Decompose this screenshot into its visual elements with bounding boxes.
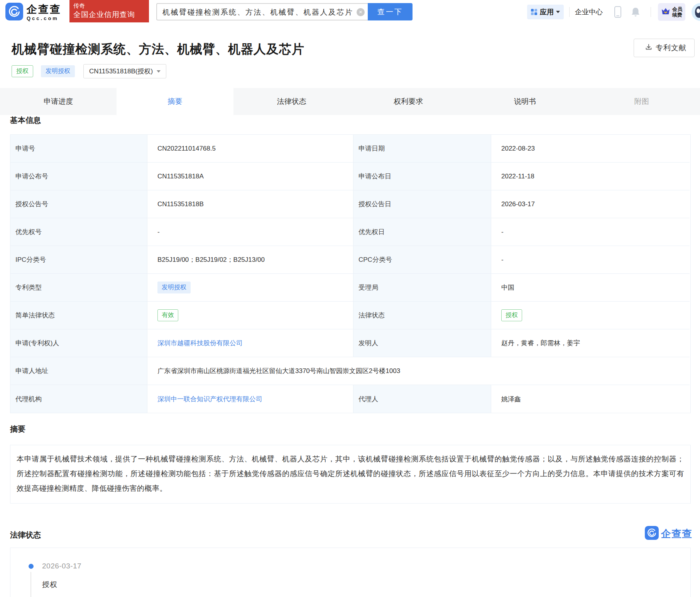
row-value: 深圳市越疆科技股份有限公司 xyxy=(147,329,353,357)
patent-number-value: CN115351818B(授权) xyxy=(89,67,153,76)
row-label: 优先权号 xyxy=(10,218,147,246)
row-value: 发明授权 xyxy=(147,274,353,302)
row-value: 授权 xyxy=(491,302,690,329)
apps-label: 应用 xyxy=(540,7,554,17)
basic-info-title: 基本信息 xyxy=(10,115,41,126)
patent-document-button[interactable]: 专利文献 xyxy=(634,39,695,57)
promo-banner: 传奇 全国企业信用查询 xyxy=(69,0,149,22)
row-label: 代理机构 xyxy=(10,385,147,413)
tab-legal-status[interactable]: 法律状态 xyxy=(233,88,350,115)
row-value: - xyxy=(491,218,690,246)
row-value: 中国 xyxy=(491,274,690,302)
row-label: 代理人 xyxy=(353,385,491,413)
abstract-box: 本申请属于机械臂技术领域，提供了一种机械臂碰撞检测系统、方法、机械臂、机器人及芯… xyxy=(10,445,691,504)
row-label: CPC分类号 xyxy=(353,246,491,274)
row-label: 申请人地址 xyxy=(10,357,147,385)
search-button[interactable]: 查一下 xyxy=(368,3,413,20)
row-label: 申请公布日 xyxy=(353,163,491,190)
row-label: 申请日期 xyxy=(353,135,491,163)
row-label: 申请(专利权)人 xyxy=(10,329,147,357)
timeline-date: 2026-03-17 xyxy=(42,562,81,570)
qcc-logo-icon xyxy=(5,3,23,22)
logo-text: 企查查 Qcc.com xyxy=(27,4,61,21)
legal-status-timeline: 2026-03-17 授权 xyxy=(10,548,691,597)
row-label: 优先权日 xyxy=(353,218,491,246)
status-badge: 授权 xyxy=(12,65,33,77)
legal-status-badge: 授权 xyxy=(501,309,522,321)
timeline-dot-icon xyxy=(29,564,34,569)
patent-document-label: 专利文献 xyxy=(656,43,686,53)
qcc-logo[interactable]: 企查查 Qcc.com xyxy=(5,3,61,22)
row-value: 2022-11-18 xyxy=(491,163,690,190)
patent-detail-page: 企查查 Qcc.com 传奇 全国企业信用查询 机械臂碰撞检测系统、方法、机械臂… xyxy=(0,0,700,597)
type-badge: 发明授权 xyxy=(41,65,75,77)
divider xyxy=(569,7,570,17)
timeline-line xyxy=(30,572,31,597)
page-title: 机械臂碰撞检测系统、方法、机械臂、机器人及芯片 xyxy=(12,41,304,58)
row-value: CN115351818A xyxy=(147,163,353,190)
crown-icon xyxy=(661,7,670,17)
caret-down-icon xyxy=(556,11,560,13)
tab-description[interactable]: 说明书 xyxy=(467,88,583,115)
applicant-link[interactable]: 深圳市越疆科技股份有限公司 xyxy=(157,339,243,348)
row-value: - xyxy=(491,246,690,274)
patent-number-select[interactable]: CN115351818B(授权) xyxy=(83,64,166,78)
row-value: 2022-08-23 xyxy=(491,135,690,163)
row-label: IPC分类号 xyxy=(10,246,147,274)
qcc-logo-icon xyxy=(645,526,659,541)
promo-line1: 传奇 xyxy=(73,2,149,10)
badge-row: 授权 发明授权 CN115351818B(授权) xyxy=(12,64,166,78)
search-input[interactable]: 机械臂碰撞检测系统、方法、机械臂、机器人及芯片 × xyxy=(156,3,368,20)
row-value: 广东省深圳市南山区桃源街道福光社区留仙大道3370号南山智园崇文园区2号楼100… xyxy=(147,357,690,385)
vip-renew-button[interactable]: 会员 续费 xyxy=(658,3,685,21)
row-value: 2026-03-17 xyxy=(491,190,690,218)
row-value: 姚泽鑫 xyxy=(491,385,690,413)
row-label: 授权公告日 xyxy=(353,190,491,218)
clear-icon[interactable]: × xyxy=(357,8,365,16)
logo-domain: Qcc.com xyxy=(27,16,61,21)
search-bar: 机械臂碰撞检测系统、方法、机械臂、机器人及芯片 × 查一下 xyxy=(156,3,413,20)
row-value: 有效 xyxy=(147,302,353,329)
tab-drawings[interactable]: 附图 xyxy=(583,88,700,115)
search-value: 机械臂碰撞检测系统、方法、机械臂、机器人及芯片 xyxy=(162,4,352,20)
bell-icon[interactable] xyxy=(631,7,641,17)
legal-status-title: 法律状态 xyxy=(10,530,41,540)
apps-grid-icon xyxy=(531,9,537,15)
abstract-title: 摘要 xyxy=(10,424,25,434)
tab-application-progress[interactable]: 申请进度 xyxy=(0,88,117,115)
row-label: 简单法律状态 xyxy=(10,302,147,329)
qcc-watermark-text: 企查查 xyxy=(661,527,692,541)
row-value: - xyxy=(147,218,353,246)
caret-down-icon xyxy=(157,70,161,73)
abstract-text: 本申请属于机械臂技术领域，提供了一种机械臂碰撞检测系统、方法、机械臂、机器人及芯… xyxy=(17,452,684,496)
row-value: CN202211014768.5 xyxy=(147,135,353,163)
simple-legal-status-badge: 有效 xyxy=(157,309,178,321)
qcc-watermark: 企查查 xyxy=(645,526,692,541)
divider xyxy=(651,7,651,17)
logo-brand: 企查查 xyxy=(27,4,61,15)
row-label: 受理局 xyxy=(353,274,491,302)
user-avatar[interactable] xyxy=(692,3,700,21)
row-label: 法律状态 xyxy=(353,302,491,329)
download-icon xyxy=(645,43,653,53)
row-value: 深圳中一联合知识产权代理有限公司 xyxy=(147,385,353,413)
promo-line2: 全国企业信用查询 xyxy=(73,10,149,20)
top-nav: 应用 企业中心 会员 续费 xyxy=(527,0,700,24)
row-label: 申请公布号 xyxy=(10,163,147,190)
tab-abstract[interactable]: 摘要 xyxy=(117,88,233,115)
row-value: CN115351818B xyxy=(147,190,353,218)
row-label: 专利类型 xyxy=(10,274,147,302)
enterprise-center-link[interactable]: 企业中心 xyxy=(575,7,603,17)
row-label: 申请号 xyxy=(10,135,147,163)
row-value: B25J19/00；B25J19/02；B25J13/00 xyxy=(147,246,353,274)
row-value: 赵丹，黄睿，郎需林，姜宇 xyxy=(491,329,690,357)
basic-info-table: 申请号 CN202211014768.5 申请日期 2022-08-23 申请公… xyxy=(10,134,691,413)
agency-link[interactable]: 深圳中一联合知识产权代理有限公司 xyxy=(157,395,262,404)
apps-menu[interactable]: 应用 xyxy=(527,5,564,19)
tab-claims[interactable]: 权利要求 xyxy=(350,88,467,115)
vip-label: 会员 续费 xyxy=(672,6,682,18)
phone-icon[interactable] xyxy=(614,6,621,18)
patent-type-badge: 发明授权 xyxy=(157,282,191,293)
tab-bar: 申请进度 摘要 法律状态 权利要求 说明书 附图 xyxy=(0,88,700,115)
row-label: 发明人 xyxy=(353,329,491,357)
